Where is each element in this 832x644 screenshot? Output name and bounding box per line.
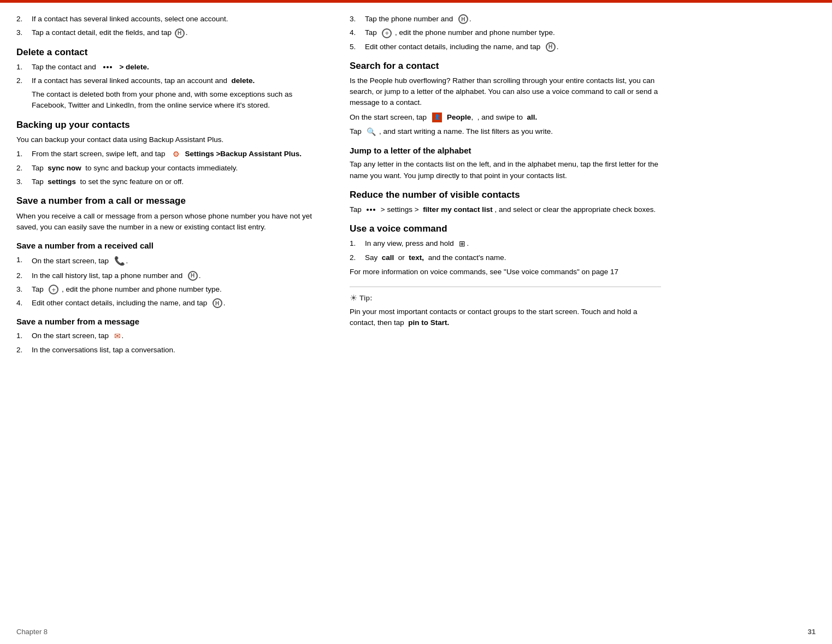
save-message-heading: Save a number from a message xyxy=(16,316,328,327)
list-content: On the start screen, tap ✉. xyxy=(32,330,328,342)
list-number: 3. xyxy=(16,284,32,295)
list-number: 2. xyxy=(16,163,32,174)
footer-left: Chapter 8 xyxy=(16,628,48,636)
list-number: 3. xyxy=(16,27,32,38)
plus-icon: + xyxy=(382,28,392,38)
search-body: Is the People hub overflowing? Rather th… xyxy=(350,75,661,109)
list-number: 1. xyxy=(16,330,32,342)
save-icon: H xyxy=(213,298,222,308)
reduce-heading: Reduce the number of visible contacts xyxy=(350,189,661,201)
list-content: In the call history list, tap a phone nu… xyxy=(32,270,328,281)
left-column: 2. If a contact has several linked accou… xyxy=(16,14,328,636)
list-number: 1. xyxy=(16,149,32,160)
list-content: Tap sync now to sync and backup your con… xyxy=(32,163,328,174)
tip-sun-icon: ☀ xyxy=(350,293,357,303)
list-item: 2. If a contact has several linked accou… xyxy=(16,14,328,25)
list-number: 2. xyxy=(16,75,32,86)
list-content: Say call or text, and the contact's name… xyxy=(365,252,661,263)
list-item: 2. Tap sync now to sync and backup your … xyxy=(16,163,328,174)
list-item: 4. Edit other contact details, including… xyxy=(16,298,328,309)
list-number: 4. xyxy=(350,27,365,38)
list-content: If a contact has several linked accounts… xyxy=(32,75,328,86)
save-icon: H xyxy=(175,28,185,38)
list-item: 1. In any view, press and hold ⊞. xyxy=(350,238,661,250)
footer-right: 31 xyxy=(808,628,816,636)
list-content: Edit other contact details, including th… xyxy=(32,298,328,309)
list-item: 3. Tap settings to set the sync feature … xyxy=(16,176,328,187)
search-heading: Search for a contact xyxy=(350,60,661,72)
list-content: From the start screen, swipe left, and t… xyxy=(32,149,328,160)
list-item: 3. Tap a contact detail, edit the fields… xyxy=(16,27,328,38)
people-icon: 👤 xyxy=(432,113,442,122)
more-icon xyxy=(103,66,112,68)
search-screen1: On the start screen, tap 👤 People, , and… xyxy=(350,112,661,123)
save-number-heading: Save a number from a call or message xyxy=(16,195,328,207)
jump-body: Tap any letter in the contacts list on t… xyxy=(350,159,661,181)
list-item: 2. In the conversations list, tap a conv… xyxy=(16,345,328,356)
message-icon: ✉ xyxy=(114,330,121,342)
list-number: 5. xyxy=(350,42,365,52)
list-content: Tap + , edit the phone number and phone … xyxy=(32,284,328,295)
jump-heading: Jump to a letter of the alphabet xyxy=(350,145,661,156)
list-number: 4. xyxy=(16,298,32,309)
search-screen2: Tap 🔍 , and start writing a name. The li… xyxy=(350,126,661,138)
list-item: 2. If a contact has several linked accou… xyxy=(16,75,328,86)
delete-contact-heading: Delete a contact xyxy=(16,46,328,58)
search-icon: 🔍 xyxy=(367,126,376,138)
list-item: 3. Tap the phone number and H. xyxy=(350,14,661,25)
list-content: In any view, press and hold ⊞. xyxy=(365,238,661,250)
list-number: 1. xyxy=(16,62,32,73)
voice-note: For more information on voice commands, … xyxy=(350,267,661,277)
tip-text: Pin your most important contacts or cont… xyxy=(350,306,661,329)
save-icon: H xyxy=(458,14,468,24)
more-icon xyxy=(367,209,375,211)
list-item: 3. Tap + , edit the phone number and pho… xyxy=(16,284,328,295)
tip-label: ☀ Tip: xyxy=(350,293,661,303)
windows-icon: ⊞ xyxy=(459,238,465,250)
tip-section: ☀ Tip: Pin your most important contacts … xyxy=(350,286,661,329)
list-number: 2. xyxy=(16,14,32,25)
list-number: 2. xyxy=(16,345,32,356)
list-item: 1. On the start screen, tap 📞. xyxy=(16,255,328,268)
indent-text: The contact is deleted both from your ph… xyxy=(32,89,328,111)
list-content: In the conversations list, tap a convers… xyxy=(32,345,328,356)
list-number: 3. xyxy=(16,176,32,187)
phone-icon: 📞 xyxy=(114,255,125,268)
save-number-body: When you receive a call or message from … xyxy=(16,211,328,233)
plus-icon: + xyxy=(49,285,58,294)
list-item: 2. Say call or text, and the contact's n… xyxy=(350,252,661,263)
list-content: If a contact has several linked accounts… xyxy=(32,14,328,25)
list-content: Tap + , edit the phone number and phone … xyxy=(365,27,661,38)
list-item: 5. Edit other contact details, including… xyxy=(350,42,661,52)
list-number: 1. xyxy=(350,238,365,250)
list-number: 1. xyxy=(16,255,32,268)
list-item: 1. From the start screen, swipe left, an… xyxy=(16,149,328,160)
list-item: 2. In the call history list, tap a phone… xyxy=(16,270,328,281)
backup-body: You can backup your contact data using B… xyxy=(16,134,328,145)
list-content: Tap the contact and > delete. xyxy=(32,62,328,73)
save-icon: H xyxy=(546,42,556,52)
list-item: 1. On the start screen, tap ✉. xyxy=(16,330,328,342)
list-item: 1. Tap the contact and > delete. xyxy=(16,62,328,73)
save-icon: H xyxy=(188,271,198,281)
save-call-heading: Save a number from a received call xyxy=(16,240,328,251)
right-column: 3. Tap the phone number and H. 4. Tap + … xyxy=(350,14,661,636)
list-number: 2. xyxy=(350,252,365,263)
list-number: 3. xyxy=(350,14,365,25)
list-content: Tap the phone number and H. xyxy=(365,14,661,25)
list-content: On the start screen, tap 📞. xyxy=(32,255,328,268)
settings-icon: ⚙ xyxy=(173,149,180,160)
list-content: Tap settings to set the sync feature on … xyxy=(32,176,328,187)
backup-heading: Backing up your contacts xyxy=(16,119,328,131)
list-number: 2. xyxy=(16,270,32,281)
reduce-text: Tap > settings > filter my contact list … xyxy=(350,204,661,215)
list-content: Edit other contact details, including th… xyxy=(365,42,661,52)
list-item: 4. Tap + , edit the phone number and pho… xyxy=(350,27,661,38)
list-content: Tap a contact detail, edit the fields, a… xyxy=(32,27,328,38)
voice-heading: Use a voice command xyxy=(350,223,661,235)
